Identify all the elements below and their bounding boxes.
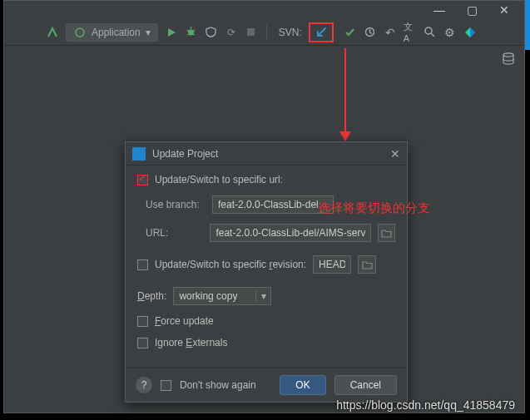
svg-point-4	[425, 27, 432, 34]
history-icon[interactable]	[364, 26, 377, 39]
force-update-label: Force update	[155, 315, 214, 327]
use-branch-label: Use branch:	[146, 199, 206, 210]
run-config-selector[interactable]: Application ▾	[66, 23, 158, 42]
help-icon[interactable]: ?	[136, 377, 152, 393]
chevron-down-icon: ▾	[146, 27, 151, 38]
separator	[266, 25, 267, 40]
app-icon	[73, 26, 87, 39]
settings-icon[interactable]: ⚙	[443, 26, 457, 39]
update-switch-url-checkbox[interactable]	[137, 175, 148, 185]
url-input[interactable]	[210, 224, 370, 242]
main-toolbar: Application ▾ ⟳ SVN:	[4, 19, 524, 46]
undo-icon[interactable]: ↶	[384, 26, 397, 39]
update-project-icon[interactable]	[315, 26, 328, 39]
database-icon[interactable]	[503, 52, 514, 66]
depth-value: working copy	[179, 290, 255, 302]
ignore-externals-row: Ignore Externals	[137, 337, 395, 348]
run-icon[interactable]	[165, 26, 178, 39]
debug-icon[interactable]	[185, 26, 198, 39]
highlight-box	[309, 22, 334, 42]
search-icon[interactable]	[424, 26, 437, 39]
update-switch-rev-row: Update/Switch to specific revision:	[137, 255, 395, 274]
dialog-title: Update Project	[152, 148, 218, 160]
force-update-checkbox[interactable]	[137, 316, 148, 327]
depth-label: Depth:	[137, 290, 166, 302]
stop-icon	[245, 26, 258, 39]
intellij-logo-icon	[132, 147, 146, 161]
svg-point-5	[503, 53, 513, 57]
annotation-arrow	[344, 48, 346, 133]
window-titlebar: — ▢ ✕	[4, 1, 524, 19]
toolbar-right: ↶ 文A ⚙	[344, 26, 477, 39]
dialog-footer: ? Don't show again OK Cancel	[126, 368, 407, 402]
profiler-icon[interactable]: ⟳	[225, 26, 238, 39]
annotation-arrow-head	[339, 131, 351, 141]
ignore-externals-label: Ignore Externals	[155, 337, 227, 348]
browse-revision-icon[interactable]	[358, 255, 376, 274]
depth-combo[interactable]: working copy ▾	[173, 287, 271, 305]
dialog-titlebar: Update Project ✕	[126, 142, 407, 166]
update-switch-url-row: Update/Switch to specific url:	[137, 174, 395, 185]
dont-show-checkbox[interactable]	[161, 380, 171, 391]
svg-point-0	[76, 28, 84, 37]
update-switch-rev-checkbox[interactable]	[137, 259, 148, 270]
watermark: https://blog.csdn.net/qq_41858479	[336, 398, 515, 412]
coverage-icon[interactable]	[205, 26, 218, 39]
url-label: URL:	[146, 227, 203, 239]
svg-rect-2	[247, 28, 255, 36]
right-edge-strip	[525, 0, 530, 50]
dialog-body: Update/Switch to specific url: Use branc…	[126, 166, 407, 368]
chevron-down-icon: ▾	[255, 290, 270, 302]
dialog-close-icon[interactable]: ✕	[390, 147, 400, 161]
browse-url-icon[interactable]	[378, 224, 395, 242]
depth-row: Depth: working copy ▾	[137, 287, 395, 305]
update-project-dialog: Update Project ✕ Update/Switch to specif…	[125, 141, 408, 403]
build-icon[interactable]	[46, 26, 59, 39]
ignore-externals-checkbox[interactable]	[137, 338, 148, 348]
dont-show-label: Don't show again	[180, 379, 256, 391]
revision-input[interactable]	[313, 255, 351, 274]
update-switch-url-label: Update/Switch to specific url:	[155, 174, 283, 185]
commit-icon[interactable]	[344, 26, 357, 39]
cancel-button[interactable]: Cancel	[334, 375, 397, 395]
svn-label: SVN:	[279, 27, 302, 38]
minimize-icon[interactable]: —	[433, 3, 445, 17]
use-branch-input[interactable]	[212, 195, 334, 214]
annotation-text: 选择将要切换的分支	[318, 200, 430, 216]
update-switch-rev-label: Update/Switch to specific revision:	[155, 259, 306, 270]
jetbrains-icon[interactable]	[463, 26, 477, 39]
url-row: URL:	[137, 224, 395, 242]
close-icon[interactable]: ✕	[499, 3, 509, 17]
force-update-row: Force update	[137, 315, 395, 327]
maximize-icon[interactable]: ▢	[467, 3, 478, 17]
ok-button[interactable]: OK	[280, 375, 325, 395]
run-config-label: Application	[92, 27, 141, 38]
translate-icon[interactable]: 文A	[404, 26, 417, 39]
